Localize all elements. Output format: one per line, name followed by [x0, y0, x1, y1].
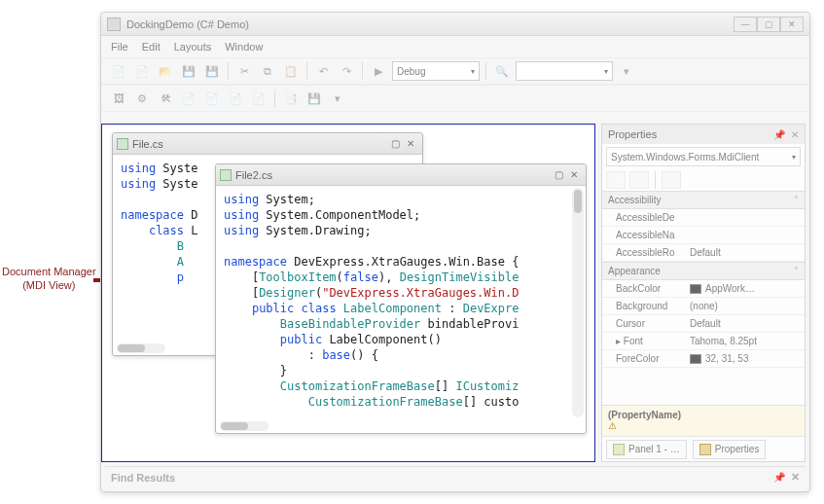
mdi-close-button[interactable]: ✕: [403, 137, 418, 151]
property-pages-button[interactable]: [662, 171, 681, 189]
property-row[interactable]: AccessibleNa: [602, 227, 805, 244]
alphabetical-button[interactable]: [629, 171, 649, 189]
properties-title: Properties: [608, 128, 657, 140]
menu-file[interactable]: File: [111, 41, 128, 53]
window-title: DockingDemo (C# Demo): [126, 18, 734, 30]
save-button[interactable]: 💾: [179, 61, 198, 81]
tb-icon[interactable]: 📄: [226, 89, 245, 108]
property-row[interactable]: AccessibleDe: [602, 209, 805, 227]
paste-button[interactable]: 📋: [281, 61, 301, 81]
mdi-titlebar[interactable]: File2.cs ▢ ✕: [216, 164, 586, 186]
minimize-button[interactable]: —: [734, 17, 757, 32]
mdi-title-text: File2.cs: [235, 169, 551, 181]
app-window: DockingDemo (C# Demo) — ▢ ✕ File Edit La…: [100, 12, 810, 492]
tb-icon[interactable]: 📑: [281, 89, 301, 108]
category-appearance[interactable]: Appearance: [602, 262, 805, 280]
menubar: File Edit Layouts Window: [101, 36, 809, 57]
mdi-child-file2[interactable]: File2.cs ▢ ✕ using System; using System.…: [215, 163, 587, 434]
menu-window[interactable]: Window: [225, 41, 263, 53]
mdi-title-text: File.cs: [132, 138, 387, 150]
search-combo[interactable]: [516, 61, 613, 81]
run-button[interactable]: ▶: [369, 61, 388, 81]
pin-icon[interactable]: 📌: [773, 472, 785, 483]
scrollbar-horizontal[interactable]: [117, 343, 165, 353]
add-item-button[interactable]: 📄: [132, 61, 152, 81]
property-grid[interactable]: Accessibility AccessibleDeAccessibleNaAc…: [602, 191, 805, 405]
close-icon[interactable]: ✕: [791, 129, 799, 140]
cut-button[interactable]: ✂: [234, 61, 254, 81]
property-row[interactable]: ForeColor32, 31, 53: [602, 350, 805, 368]
tab-properties[interactable]: Properties: [693, 440, 767, 459]
close-button[interactable]: ✕: [780, 17, 804, 32]
callout-document-manager: Document Manager (MDI View): [2, 265, 96, 292]
tb-icon[interactable]: 📄: [179, 89, 198, 108]
categorized-button[interactable]: [606, 171, 626, 189]
titlebar[interactable]: DockingDemo (C# Demo) — ▢ ✕: [101, 13, 809, 36]
maximize-button[interactable]: ▢: [757, 17, 780, 32]
property-row[interactable]: Background(none): [602, 298, 805, 315]
csharp-file-icon: [220, 169, 232, 181]
open-button[interactable]: 📂: [156, 61, 175, 81]
redo-button[interactable]: ↷: [337, 61, 356, 81]
mdi-maximize-button[interactable]: ▢: [387, 137, 403, 151]
tb-icon[interactable]: 🛠: [156, 89, 175, 108]
scrollbar-horizontal[interactable]: [220, 421, 269, 431]
tb-icon[interactable]: 💾: [305, 89, 324, 108]
category-accessibility[interactable]: Accessibility: [602, 191, 805, 209]
panel-tabs: Panel 1 - … Properties: [602, 436, 805, 461]
find-in-files-button[interactable]: 🔍: [492, 61, 512, 81]
properties-panel: Properties 📌 ✕ System.Windows.Forms.MdiC…: [601, 124, 806, 462]
csharp-file-icon: [117, 138, 128, 150]
menu-layouts[interactable]: Layouts: [174, 41, 212, 53]
mdi-titlebar[interactable]: File.cs ▢ ✕: [113, 133, 422, 155]
undo-button[interactable]: ↶: [313, 61, 333, 81]
properties-header[interactable]: Properties 📌 ✕: [602, 125, 805, 144]
tb-icon[interactable]: 📄: [249, 89, 269, 108]
properties-toolbar: [602, 169, 805, 191]
panel-icon: [613, 444, 625, 455]
toolbar-overflow[interactable]: ▾: [328, 89, 347, 108]
tb-icon[interactable]: 🖼: [109, 89, 128, 108]
mdi-close-button[interactable]: ✕: [566, 168, 582, 182]
tab-panel1[interactable]: Panel 1 - …: [606, 440, 687, 459]
property-description: (PropertyName) ⚠: [602, 405, 805, 436]
property-row[interactable]: AccessibleRoDefault: [602, 244, 805, 262]
tb-icon[interactable]: ⚙: [132, 89, 152, 108]
toolbar-overflow[interactable]: ▾: [617, 61, 636, 81]
tb-icon[interactable]: 📄: [202, 89, 222, 108]
copy-button[interactable]: ⧉: [258, 61, 277, 81]
save-all-button[interactable]: 💾: [202, 61, 222, 81]
close-icon[interactable]: ✕: [791, 471, 800, 484]
scrollbar-vertical[interactable]: [572, 188, 584, 417]
find-results-bar[interactable]: Find Results 📌 ✕: [105, 466, 806, 487]
app-icon: [107, 18, 121, 31]
properties-icon: [699, 444, 711, 455]
document-manager-mdi-view: File.cs ▢ ✕ using Syste using Syste name…: [101, 124, 595, 462]
object-selector[interactable]: System.Windows.Forms.MdiClient: [606, 147, 801, 166]
main-toolbar: 📄 📄 📂 💾 💾 ✂ ⧉ 📋 ↶ ↷ ▶ Debug 🔍 ▾: [101, 57, 809, 85]
secondary-toolbar: 🖼 ⚙ 🛠 📄 📄 📄 📄 📑 💾 ▾: [101, 85, 809, 112]
mdi-maximize-button[interactable]: ▢: [551, 168, 566, 182]
property-row[interactable]: ▸ FontTahoma, 8.25pt: [602, 333, 805, 350]
new-project-button[interactable]: 📄: [109, 61, 128, 81]
code-editor[interactable]: using System; using System.ComponentMode…: [216, 186, 586, 415]
property-row[interactable]: BackColorAppWork…: [602, 280, 805, 298]
property-row[interactable]: CursorDefault: [602, 315, 805, 333]
menu-edit[interactable]: Edit: [142, 41, 161, 53]
config-combo[interactable]: Debug: [392, 61, 480, 81]
find-results-title: Find Results: [111, 472, 175, 484]
pin-icon[interactable]: 📌: [773, 129, 785, 140]
